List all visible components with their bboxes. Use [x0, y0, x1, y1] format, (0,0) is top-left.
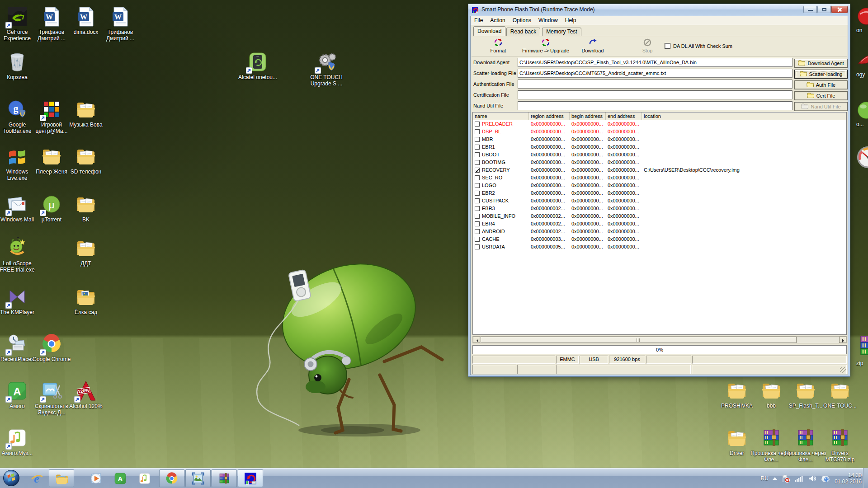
- row-checkbox[interactable]: [475, 175, 480, 180]
- field-input-download-agent[interactable]: C:\Users\USER\Desktop\CCC\SP_Flash_Tool_…: [518, 58, 793, 67]
- row-checkbox[interactable]: [475, 129, 480, 134]
- desktop-icon[interactable]: SD телефон: [65, 145, 107, 175]
- menu-item-help[interactable]: Help: [561, 16, 580, 25]
- taskbar-button-internet-explorer[interactable]: e: [25, 469, 49, 487]
- tab-memory-test[interactable]: Memory Test: [542, 28, 581, 36]
- da-dl-checksum-checkbox[interactable]: DA DL All With Check Sum: [665, 43, 732, 49]
- table-row-usrdata[interactable]: USRDATA0x000000005...0x00000000...0x0000…: [473, 243, 846, 251]
- show-desktop-button[interactable]: [863, 468, 868, 488]
- taskbar-button-amigo-browser[interactable]: A: [108, 469, 132, 487]
- table-row-mobile_info[interactable]: MOBILE_INFO0x000000002...0x00000000...0x…: [473, 212, 846, 220]
- table-row-mbr[interactable]: MBR0x000000000...0x00000000...0x00000000…: [473, 136, 846, 143]
- row-checkbox[interactable]: [475, 168, 480, 173]
- table-row-ebr1[interactable]: EBR10x000000000...0x00000000...0x0000000…: [473, 143, 846, 151]
- table-row-bootimg[interactable]: BOOTIMG0x000000000...0x00000000...0x0000…: [473, 159, 846, 166]
- desktop-icon[interactable]: 120%Alcohol 120%: [65, 380, 107, 409]
- maximize-button[interactable]: [817, 6, 831, 13]
- button-download-agent[interactable]: Download Agent: [794, 59, 848, 68]
- scroll-right-arrow-icon[interactable]: [839, 337, 846, 343]
- edge-desktop-icon[interactable]: [856, 145, 868, 169]
- taskbar-button-windows-media-player[interactable]: [84, 469, 108, 487]
- row-checkbox[interactable]: [475, 206, 480, 211]
- table-row-cache[interactable]: CACHE0x000000003...0x00000000...0x000000…: [473, 235, 846, 243]
- button-auth-file[interactable]: Auth File: [794, 80, 848, 89]
- desktop-icon[interactable]: ONE-TOUC...: [819, 380, 861, 409]
- edge-desktop-icon[interactable]: zip: [856, 332, 868, 366]
- hidden-icons-arrow-icon[interactable]: [773, 477, 777, 480]
- toolbar-button-firmware-upgrade[interactable]: Firmware -> Upgrade: [517, 38, 574, 53]
- horizontal-scrollbar[interactable]: [472, 336, 847, 343]
- desktop-icon[interactable]: LoiLoScope FREE trial.exe: [0, 237, 38, 273]
- row-checkbox[interactable]: [475, 214, 480, 219]
- action-center-flag-icon[interactable]: [781, 474, 790, 483]
- row-checkbox[interactable]: [475, 183, 480, 188]
- table-row-custpack[interactable]: CUSTPACK0x000000000...0x00000000...0x000…: [473, 197, 846, 205]
- desktop-icon[interactable]: WТрифанов Дмитрий ...: [99, 6, 141, 42]
- field-input-nand-util-file[interactable]: [518, 101, 793, 110]
- row-checkbox[interactable]: [475, 152, 480, 157]
- row-checkbox[interactable]: [475, 137, 480, 142]
- desktop-icon[interactable]: Drivers MTC970.zip: [819, 427, 861, 463]
- scrollbar-thumb[interactable]: [481, 337, 797, 343]
- field-input-authentication-file[interactable]: [518, 80, 793, 89]
- column-header-region-address[interactable]: region address: [529, 113, 570, 120]
- desktop-icon[interactable]: Alcatel onetou...: [237, 51, 278, 80]
- tab-download[interactable]: Download: [473, 26, 505, 36]
- desktop-icon[interactable]: The KMPlayer: [0, 286, 38, 315]
- start-button[interactable]: [2, 469, 20, 487]
- edge-desktop-icon[interactable]: o...: [856, 100, 868, 127]
- desktop-icon[interactable]: Ёлка сад: [65, 286, 107, 315]
- column-header-end-address[interactable]: end address: [606, 113, 642, 120]
- toolbar-button-format[interactable]: Format: [479, 38, 517, 53]
- taskbar-button-google-chrome[interactable]: [159, 469, 184, 487]
- row-checkbox[interactable]: [475, 122, 480, 127]
- table-row-dsp_bl[interactable]: DSP_BL0x000000000...0x00000000...0x00000…: [473, 128, 846, 136]
- toolbar-button-stop[interactable]: Stop: [633, 38, 662, 53]
- field-input-certification-file[interactable]: [518, 90, 793, 99]
- scrollbar-track[interactable]: [480, 337, 839, 343]
- table-row-preloader[interactable]: PRELOADER0x000000000...0x00000000...0x00…: [473, 120, 846, 128]
- language-indicator[interactable]: RU: [761, 475, 769, 482]
- button-nand-util-file[interactable]: Nand Util File: [794, 102, 848, 111]
- desktop-icon[interactable]: Google Chrome: [31, 333, 72, 362]
- title-bar[interactable]: Smart Phone Flash Tool (Runtime Trace Mo…: [468, 4, 850, 16]
- tab-read-back[interactable]: Read back: [506, 28, 540, 36]
- row-checkbox[interactable]: [475, 237, 480, 242]
- column-header-location[interactable]: location: [642, 113, 846, 120]
- table-row-ebr4[interactable]: EBR40x000000002...0x00000000...0x0000000…: [473, 220, 846, 228]
- column-header-name[interactable]: name: [473, 113, 529, 120]
- taskbar-button-amigo-music[interactable]: [133, 469, 156, 487]
- table-row-recovery[interactable]: RECOVERY0x000000000...0x00000000...0x000…: [473, 166, 846, 174]
- toolbar-button-download[interactable]: Download: [576, 38, 609, 53]
- edge-desktop-icon[interactable]: ogy: [856, 51, 868, 78]
- desktop-icon[interactable]: ONE TOUCH Upgrade S ...: [306, 51, 347, 87]
- desktop-icon[interactable]: ДДТ: [65, 237, 107, 267]
- table-row-sec_ro[interactable]: SEC_RO0x000000000...0x00000000...0x00000…: [473, 174, 846, 182]
- taskbar-button-windows-explorer[interactable]: [49, 469, 74, 487]
- taskbar-button-winrar[interactable]: [212, 469, 237, 487]
- desktop-icon[interactable]: Корзина: [0, 51, 38, 80]
- table-row-android[interactable]: ANDROID0x000000002...0x00000000...0x0000…: [473, 228, 846, 235]
- desktop-icon[interactable]: Музыка Вова: [65, 99, 107, 128]
- menu-item-window[interactable]: Window: [535, 16, 561, 25]
- minimize-button[interactable]: [803, 6, 817, 13]
- sync-app-tray-icon[interactable]: [821, 474, 830, 483]
- row-checkbox[interactable]: [475, 191, 480, 196]
- row-checkbox[interactable]: [475, 229, 480, 234]
- desktop-icon[interactable]: Амиго.Муз...: [0, 427, 38, 456]
- row-checkbox[interactable]: [475, 221, 480, 226]
- edge-desktop-icon[interactable]: on: [856, 6, 868, 33]
- menu-item-file[interactable]: File: [471, 16, 486, 25]
- clock[interactable]: 14:30 01.02.2016: [835, 472, 862, 485]
- network-signal-icon[interactable]: [794, 474, 803, 483]
- desktop-icon[interactable]: BK: [65, 193, 107, 223]
- row-checkbox[interactable]: [475, 160, 480, 165]
- table-row-ebr3[interactable]: EBR30x000000002...0x00000000...0x0000000…: [473, 205, 846, 212]
- volume-icon[interactable]: [807, 474, 816, 483]
- column-header-begin-address[interactable]: begin address: [570, 113, 606, 120]
- menu-item-action[interactable]: Action: [486, 16, 509, 25]
- taskbar-button-sp-flash-tool[interactable]: [238, 469, 263, 487]
- button-cert-file[interactable]: Cert File: [794, 91, 848, 100]
- row-checkbox[interactable]: [475, 198, 480, 203]
- row-checkbox[interactable]: [475, 244, 480, 249]
